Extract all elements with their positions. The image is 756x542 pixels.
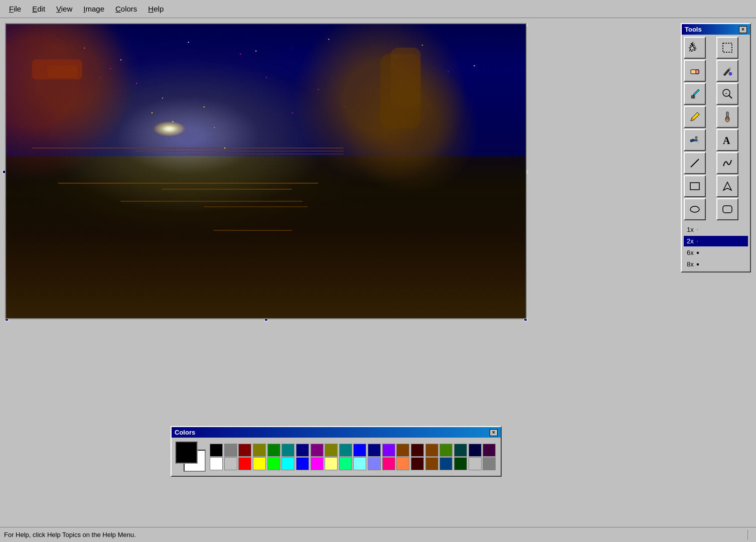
color-swatch-darknavy[interactable] [469, 444, 482, 457]
color-swatch-gray2[interactable] [483, 457, 496, 470]
menu-image[interactable]: Image [78, 3, 109, 15]
tool-rounded-rect[interactable] [716, 198, 738, 220]
color-swatch-teal2[interactable] [339, 444, 352, 457]
zoom-8x[interactable]: 8x ■ [684, 259, 748, 269]
color-swatch-blue[interactable] [353, 444, 366, 457]
color-swatch-purple[interactable] [311, 444, 324, 457]
svg-rect-46 [693, 140, 697, 141]
color-swatch-darkpurple[interactable] [483, 444, 496, 457]
paint-canvas[interactable] [5, 23, 527, 319]
color-swatch-lightblue[interactable] [368, 457, 381, 470]
svg-rect-53 [690, 183, 699, 190]
color-swatch-gray[interactable] [224, 444, 237, 457]
polygon-icon [721, 180, 733, 192]
color-swatch-yellow[interactable] [253, 457, 266, 470]
tool-pencil[interactable] [684, 106, 706, 128]
tool-select-free[interactable] [684, 37, 706, 59]
color-swatch-black[interactable] [210, 444, 223, 457]
color-swatch-violet[interactable] [382, 444, 395, 457]
status-bar: For Help, click Help Topics on the Help … [0, 527, 756, 542]
color-swatch-cyan[interactable] [281, 457, 294, 470]
colors-dialog: Colors × [171, 426, 502, 477]
eyedropper-icon [689, 88, 701, 100]
ellipse-icon [689, 203, 701, 215]
zoom-2x[interactable]: 2x · [684, 236, 748, 246]
tools-panel: Tools × [681, 23, 751, 273]
menu-file[interactable]: File [4, 3, 26, 15]
color-swatch-darkorange[interactable] [425, 444, 438, 457]
svg-point-48 [697, 142, 698, 143]
colors-title: Colors [175, 429, 195, 436]
tools-grid: + [682, 35, 750, 222]
color-swatch-darkred2[interactable] [411, 457, 424, 470]
color-swatch-navy2[interactable] [368, 444, 381, 457]
color-swatch-springgreen[interactable] [339, 457, 352, 470]
foreground-color-swatch[interactable] [176, 442, 198, 464]
zoom-8x-square: ■ [697, 262, 699, 266]
zoom-1x-label: 1x [687, 226, 694, 233]
menu-help[interactable]: Help [143, 3, 169, 15]
color-swatch-navy[interactable] [296, 444, 309, 457]
color-swatch-silver[interactable] [224, 457, 237, 470]
tool-magnifier[interactable]: + [716, 83, 738, 105]
color-swatch-darkgreen3[interactable] [454, 457, 467, 470]
select-rect-icon [721, 42, 733, 54]
tool-eyedropper[interactable] [684, 83, 706, 105]
color-swatch-darkgreen2[interactable] [439, 444, 452, 457]
svg-rect-33 [723, 43, 732, 52]
menu-bar: File Edit View Image Colors Help [0, 0, 756, 18]
color-swatch-maroon[interactable] [238, 444, 251, 457]
status-divider [747, 530, 748, 540]
color-swatch-magenta[interactable] [311, 457, 324, 470]
color-swatch-teal[interactable] [281, 444, 294, 457]
color-swatch-darkred[interactable] [411, 444, 424, 457]
colors-body [172, 438, 501, 476]
color-swatch-olive[interactable] [253, 444, 266, 457]
menu-colors[interactable]: Colors [110, 3, 142, 15]
tool-fill[interactable] [716, 60, 738, 82]
zoom-1x[interactable]: 1x · [684, 224, 748, 235]
color-swatch-hotpink[interactable] [382, 457, 395, 470]
zoom-2x-dot: · [697, 238, 698, 244]
tool-line[interactable] [684, 152, 706, 174]
svg-text:+: + [725, 91, 727, 96]
color-swatch-lightyellow[interactable] [325, 457, 338, 470]
color-swatch-silver2[interactable] [469, 457, 482, 470]
colors-palette [210, 444, 497, 470]
tool-brush[interactable] [716, 106, 738, 128]
color-swatch-steelblue[interactable] [439, 457, 452, 470]
svg-point-50 [698, 143, 699, 144]
color-swatch-lime[interactable] [267, 457, 280, 470]
tool-polygon[interactable] [716, 175, 738, 197]
color-swatch-olive2[interactable] [325, 444, 338, 457]
menu-edit[interactable]: Edit [27, 3, 50, 15]
svg-point-36 [729, 72, 732, 75]
color-swatch-blue2[interactable] [296, 457, 309, 470]
color-swatch-red[interactable] [238, 457, 251, 470]
canvas-background [6, 24, 526, 318]
svg-rect-35 [696, 70, 699, 74]
color-swatch-brown2[interactable] [425, 457, 438, 470]
tool-ellipse[interactable] [684, 198, 706, 220]
tool-select-rect[interactable] [716, 37, 738, 59]
color-swatch-orange[interactable] [396, 457, 409, 470]
tools-close-button[interactable]: × [739, 26, 747, 33]
tool-eraser[interactable] [684, 60, 706, 82]
tool-rectangle[interactable] [684, 175, 706, 197]
tool-airbrush[interactable] [684, 129, 706, 151]
colors-close-button[interactable]: × [490, 429, 498, 436]
color-swatch-green[interactable] [267, 444, 280, 457]
select-free-icon [689, 42, 701, 54]
color-swatch-brown[interactable] [396, 444, 409, 457]
svg-line-40 [729, 95, 732, 98]
color-swatch-darkteal[interactable] [454, 444, 467, 457]
menu-view[interactable]: View [51, 3, 77, 15]
tool-curve[interactable] [716, 152, 738, 174]
rectangle-icon [689, 180, 701, 192]
rounded-rect-icon [721, 203, 733, 215]
color-swatch-white[interactable] [210, 457, 223, 470]
tool-text[interactable]: A [716, 129, 738, 151]
svg-point-47 [695, 137, 697, 139]
zoom-6x[interactable]: 6x ■ [684, 247, 748, 258]
color-swatch-lightcyan[interactable] [353, 457, 366, 470]
